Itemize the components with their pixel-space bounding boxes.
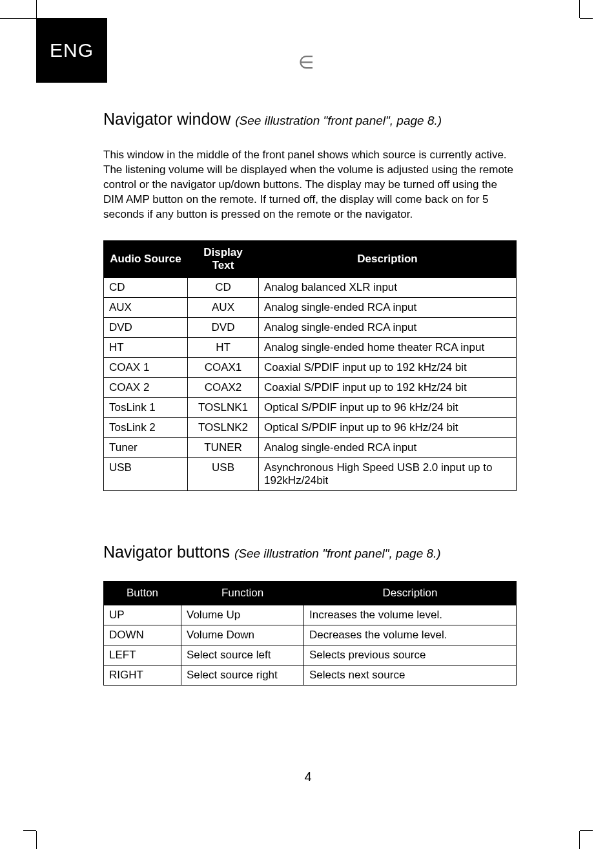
table-cell: TosLink 1 (104, 397, 188, 417)
page-number: 4 (0, 770, 616, 784)
table-cell: Volume Up (181, 605, 304, 625)
heading-text: Navigator buttons (103, 543, 230, 561)
table-cell: HT (104, 337, 188, 357)
table-cell: Select source left (181, 645, 304, 665)
crop-mark (580, 18, 593, 19)
table-cell: UP (104, 605, 181, 625)
document-page: ENG ∈ Navigator window (See illustration… (0, 0, 616, 849)
table-row: TunerTUNERAnalog single-ended RCA input (104, 437, 517, 457)
table-row: TosLink 2TOSLNK2Optical S/PDIF input up … (104, 417, 517, 437)
crop-mark (579, 0, 580, 18)
table-row: DOWNVolume DownDecreases the volume leve… (104, 625, 517, 645)
section-heading-navigator-buttons: Navigator buttons (See illustration "fro… (103, 543, 517, 561)
col-button: Button (104, 581, 181, 605)
table-cell: Decreases the volume level. (304, 625, 517, 645)
table-cell: Selects previous source (304, 645, 517, 665)
table-cell: Analog single-ended RCA input (259, 297, 517, 317)
table-cell: Asynchronous High Speed USB 2.0 input up… (259, 457, 517, 490)
table-cell: DOWN (104, 625, 181, 645)
table-cell: Tuner (104, 437, 188, 457)
table-row: UPVolume UpIncreases the volume level. (104, 605, 517, 625)
table-row: DVDDVDAnalog single-ended RCA input (104, 317, 517, 337)
section-heading-navigator-window: Navigator window (See illustration "fron… (103, 110, 517, 129)
crop-mark (580, 830, 593, 831)
table-row: LEFTSelect source leftSelects previous s… (104, 645, 517, 665)
page-content: Navigator window (See illustration "fron… (103, 110, 517, 686)
table-cell: TUNER (188, 437, 259, 457)
heading-reference: (See illustration "front panel", page 8.… (234, 547, 441, 560)
table-cell: LEFT (104, 645, 181, 665)
crop-mark (579, 831, 580, 849)
table-cell: Analog single-ended RCA input (259, 317, 517, 337)
table-header-row: Button Function Description (104, 581, 517, 605)
table-row: HTHTAnalog single-ended home theater RCA… (104, 337, 517, 357)
crop-mark (0, 18, 36, 19)
audio-source-table: Audio Source Display Text Description CD… (103, 240, 517, 491)
table-cell: DVD (104, 317, 188, 337)
table-cell: Volume Down (181, 625, 304, 645)
ce-mark-icon: ∈ (298, 52, 314, 73)
table-cell: Analog single-ended home theater RCA inp… (259, 337, 517, 357)
table-cell: TOSLNK2 (188, 417, 259, 437)
table-row: COAX 1COAX1Coaxial S/PDIF input up to 19… (104, 357, 517, 377)
col-description: Description (304, 581, 517, 605)
crop-mark (23, 830, 36, 831)
table-row: TosLink 1TOSLNK1Optical S/PDIF input up … (104, 397, 517, 417)
language-badge: ENG (36, 18, 107, 83)
table-cell: DVD (188, 317, 259, 337)
table-cell: USB (188, 457, 259, 490)
table-cell: CD (188, 277, 259, 297)
table-cell: CD (104, 277, 188, 297)
table-cell: AUX (104, 297, 188, 317)
table-cell: COAX 1 (104, 357, 188, 377)
table-cell: COAX2 (188, 377, 259, 397)
crop-mark (36, 0, 37, 18)
table-cell: AUX (188, 297, 259, 317)
table-cell: HT (188, 337, 259, 357)
table-row: CDCDAnalog balanced XLR input (104, 277, 517, 297)
col-audio-source: Audio Source (104, 240, 188, 277)
table-cell: Coaxial S/PDIF input up to 192 kHz/24 bi… (259, 377, 517, 397)
heading-reference: (See illustration "front panel", page 8.… (235, 114, 442, 127)
table-cell: RIGHT (104, 665, 181, 685)
crop-mark (36, 831, 37, 849)
table-row: COAX 2COAX2Coaxial S/PDIF input up to 19… (104, 377, 517, 397)
table-cell: COAX1 (188, 357, 259, 377)
table-cell: USB (104, 457, 188, 490)
table-cell: Select source right (181, 665, 304, 685)
table-cell: Increases the volume level. (304, 605, 517, 625)
table-row: RIGHTSelect source rightSelects next sou… (104, 665, 517, 685)
table-row: AUXAUXAnalog single-ended RCA input (104, 297, 517, 317)
table-cell: Analog single-ended RCA input (259, 437, 517, 457)
table-row: USBUSBAsynchronous High Speed USB 2.0 in… (104, 457, 517, 490)
col-function: Function (181, 581, 304, 605)
table-cell: Coaxial S/PDIF input up to 192 kHz/24 bi… (259, 357, 517, 377)
table-cell: Analog balanced XLR input (259, 277, 517, 297)
table-header-row: Audio Source Display Text Description (104, 240, 517, 277)
table-cell: Optical S/PDIF input up to 96 kHz/24 bit (259, 397, 517, 417)
section1-paragraph: This window in the middle of the front p… (103, 148, 517, 222)
heading-text: Navigator window (103, 110, 231, 128)
table-cell: TOSLNK1 (188, 397, 259, 417)
navigator-buttons-table: Button Function Description UPVolume UpI… (103, 581, 517, 686)
table-cell: Optical S/PDIF input up to 96 kHz/24 bit (259, 417, 517, 437)
col-description: Description (259, 240, 517, 277)
table-cell: TosLink 2 (104, 417, 188, 437)
table-cell: COAX 2 (104, 377, 188, 397)
col-display-text: Display Text (188, 240, 259, 277)
table-cell: Selects next source (304, 665, 517, 685)
